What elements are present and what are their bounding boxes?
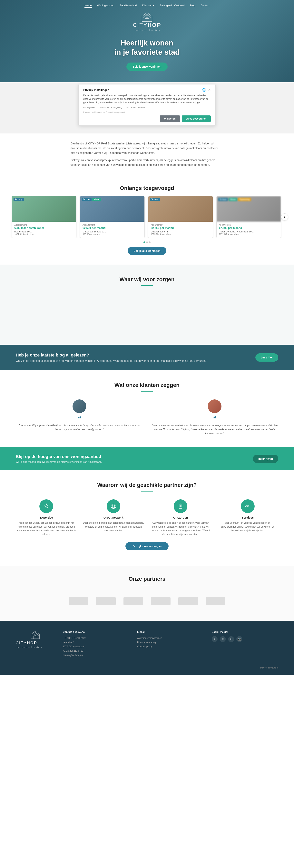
blog-cta-title: Heb je onze laatste blog al gelezen? xyxy=(16,352,206,358)
nav-item-woningaanbod[interactable]: Woningaanbod xyxy=(97,4,114,7)
hero-logo: CITYHOP real estate | rentals xyxy=(133,12,161,31)
hero-tagline: Heerlijk wonen in je favoriete stad xyxy=(114,38,180,57)
waarom-item-ontzorgen: Ontzorgen Uw vastgoed is bij ons in goed… xyxy=(150,499,211,536)
zorgen-title: Waar wij voor zorgen xyxy=(8,276,286,283)
newsletter-subscribe-button[interactable]: Inschrijven xyxy=(253,455,278,463)
nav-item-blog[interactable]: Blog xyxy=(190,4,195,7)
partner-logo-5 xyxy=(178,597,198,605)
carousel-next-button[interactable]: › xyxy=(281,213,288,220)
waarom-text-services: Ook voor aan- en verkoop van beleggen en… xyxy=(217,521,278,532)
listing-info-1: Appartement €380.000 Kosten koper Baarss… xyxy=(12,222,76,238)
badge-huur-2: Te huur xyxy=(82,198,91,201)
quote-mark-1: ❝ xyxy=(16,415,143,422)
badge-huur-4: Te huur xyxy=(218,198,228,201)
cookie-globe-button[interactable]: 🌐 xyxy=(202,88,206,92)
badge-koop-1: Te koop xyxy=(13,198,24,201)
handshake-icon xyxy=(245,503,251,509)
footer-contact-title: Contact gegevens: xyxy=(63,630,129,633)
cookie-icon-group: 🌐 ✕ xyxy=(202,88,211,92)
testimonial-card-2: ❝ "Wat ons het eerste aantrok was de rui… xyxy=(151,399,278,435)
waarom-icon-netwerk xyxy=(107,499,120,513)
listings-cta-wrap: Bekijk alle woningen xyxy=(0,247,294,255)
listing-price-4: €7.500 per maand xyxy=(219,226,278,229)
facebook-icon[interactable]: f xyxy=(212,636,217,642)
listing-card-3[interactable]: Te huur Appartement €2.250 per maand Dui… xyxy=(148,196,213,238)
partners-logos xyxy=(16,593,278,609)
schrijf-button[interactable]: Schrijf jouw woning in xyxy=(125,542,169,550)
footer-logo-hop: HOP xyxy=(27,641,37,645)
cookie-weigeren-button[interactable]: Weigeren xyxy=(160,116,180,122)
carousel-dot-3[interactable] xyxy=(149,242,150,243)
waarom-title: Waarom wij de geschikte partner zijn? xyxy=(16,482,278,488)
waarom-item-services: Services Ook voor aan- en verkoop van be… xyxy=(217,499,278,536)
waarom-item-expertise: Expertise Als meer dan 15 jaar zijn wij … xyxy=(16,499,77,536)
badge-nieuw-2: Nieuw xyxy=(92,198,101,201)
linkedin-icon[interactable]: in xyxy=(228,636,234,642)
cookie-link-juridisch[interactable]: Juridische kennisgeving xyxy=(99,106,122,108)
cookie-powered-by: Powered by Usercentrics Consent Manageme… xyxy=(83,111,211,114)
listing-price-1: €380.000 Kosten koper xyxy=(14,226,74,229)
footer-powered-by[interactable]: Powered by Eaglet xyxy=(260,666,278,669)
logo-hop: HOP xyxy=(148,22,161,28)
waarom-icon-expertise xyxy=(39,499,53,513)
blog-cta-section: Heb je onze laatste blog al gelezen? Wat… xyxy=(0,345,294,370)
partner-logo-1 xyxy=(68,597,88,605)
listing-badges-4: Te huur Nieuw Topwoning xyxy=(218,198,251,201)
waarom-title-netwerk: Groot netwerk xyxy=(83,516,144,519)
listing-address-4: Pieter Cornelisz. Hooftstraat 69 1 xyxy=(219,230,278,233)
testimonial-avatar-1 xyxy=(72,399,86,413)
listing-card-1[interactable]: Te koop Appartement €380.000 Kosten kope… xyxy=(12,196,77,238)
cookie-link-voorkeuren[interactable]: Voorkeuren beheren xyxy=(125,106,145,108)
listings-cta-button[interactable]: Bekijk alle woningen xyxy=(127,247,167,255)
footer-links-col: Links: Algemene voorwaarden Privacy verk… xyxy=(137,630,204,657)
cookie-accept-button[interactable]: Alles accepteren xyxy=(182,116,211,122)
newsletter-subtitle: Wil je elke maand een overzicht van de n… xyxy=(16,460,102,463)
footer: CITYHOP real estate | rentals Contact ge… xyxy=(0,621,294,675)
footer-logo-col: CITYHOP real estate | rentals xyxy=(16,630,55,657)
twitter-x-icon[interactable]: 𝕏 xyxy=(220,636,226,642)
waarom-section: Waarom wij de geschikte partner zijn? Ex… xyxy=(0,470,294,566)
newsletter-text: Blijf op de hoogte van ons woningaanbod … xyxy=(16,454,102,463)
waarom-text-ontzorgen: Uw vastgoed is bij ons in goede handen. … xyxy=(150,521,211,536)
zorgen-content-area xyxy=(8,294,286,333)
newsletter-section: Blijf op de hoogte van ons woningaanbod … xyxy=(0,447,294,470)
listing-info-3: Appartement €2.250 per maand Duiartstraa… xyxy=(148,222,213,238)
zorgen-section: Waar wij voor zorgen xyxy=(0,265,294,345)
waarom-icon-services xyxy=(241,499,255,513)
testimonials-divider xyxy=(141,391,153,392)
waarom-title-ontzorgen: Ontzorgen xyxy=(150,516,211,519)
nav-item-contact[interactable]: Contact xyxy=(201,4,209,7)
listing-type-4: Appartement xyxy=(219,224,278,226)
waarom-grid: Expertise Als meer dan 15 jaar zijn wij … xyxy=(16,499,278,536)
footer-link-cookies[interactable]: Cookies policy xyxy=(137,645,204,649)
footer-logo-icon xyxy=(30,630,40,639)
footer-link-privacy[interactable]: Privacy verklaring xyxy=(137,641,204,645)
social-icons: f 𝕏 in 📷 xyxy=(212,636,278,642)
hero-cta-button[interactable]: Bekijk onze woningen xyxy=(126,63,168,71)
cookie-close-button[interactable]: ✕ xyxy=(208,88,211,92)
nav-item-beleggen[interactable]: Beleggen in Vastgoed xyxy=(160,4,184,7)
footer-bottom: Powered by Eaglet xyxy=(16,663,278,669)
instagram-icon[interactable]: 📷 xyxy=(236,636,242,642)
waarom-title-expertise: Expertise xyxy=(16,516,77,519)
partner-logo-2 xyxy=(96,597,116,605)
listing-address-1: Baarsstraat 39 1 xyxy=(14,230,74,233)
nav-item-home[interactable]: Home xyxy=(85,4,91,8)
carousel-dot-2[interactable] xyxy=(146,242,148,243)
footer-logo-city: CITY xyxy=(16,641,27,645)
nav-item-bedrijfsaanbod[interactable]: Bedrijfsaanbod xyxy=(120,4,137,7)
listing-card-4[interactable]: Te huur Nieuw Topwoning Appartement €7.5… xyxy=(216,196,281,238)
testimonials-grid: ❝ "Huren met Cityhop werkt makkelijk en … xyxy=(16,399,278,435)
testimonial-text-2: "Wat ons het eerste aantrok was de ruime… xyxy=(151,423,278,435)
carousel-dot-1[interactable] xyxy=(144,242,145,243)
footer-contact-email[interactable]: housing@cityhop.nl xyxy=(63,653,129,657)
blog-cta-button[interactable]: Lees hier xyxy=(255,353,278,362)
testimonial-text-1: "Huren met Cityhop werkt makkelijk en de… xyxy=(16,423,143,432)
network-icon xyxy=(110,503,117,509)
listing-card-2[interactable]: Te huur Nieuw Appartement €2.500 per maa… xyxy=(80,196,145,238)
footer-link-algemene[interactable]: Algemene voorwaarden xyxy=(137,636,204,641)
cookie-link-privacy[interactable]: Privacybeleid xyxy=(83,106,96,108)
listing-price-3: €2.250 per maand xyxy=(151,226,210,229)
nav-item-diensten[interactable]: Diensten ▾ xyxy=(142,4,154,7)
waarom-item-netwerk: Groot netwerk Door ons grote netwerk aan… xyxy=(83,499,144,536)
